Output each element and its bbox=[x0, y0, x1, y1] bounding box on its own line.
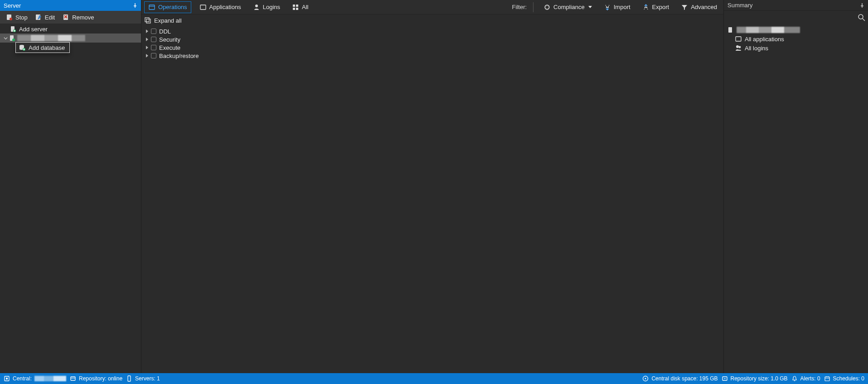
status-repository[interactable]: Repository: online bbox=[70, 375, 122, 382]
status-alerts[interactable]: Alerts: 0 bbox=[791, 375, 820, 382]
svg-point-7 bbox=[12, 38, 15, 41]
svg-rect-26 bbox=[6, 378, 8, 379]
status-alerts-label: Alerts: 0 bbox=[800, 375, 820, 382]
expand-all-label: Expand all bbox=[154, 17, 182, 24]
svg-point-12 bbox=[255, 5, 258, 7]
status-repository-size[interactable]: Repository size: 1.0 GB bbox=[722, 375, 788, 382]
import-button[interactable]: Import bbox=[600, 2, 634, 13]
tab-operations-label: Operations bbox=[158, 4, 187, 10]
tab-applications[interactable]: Applications bbox=[196, 2, 245, 13]
stop-button[interactable]: Stop bbox=[3, 13, 30, 22]
status-schedules[interactable]: Schedules: 0 bbox=[824, 375, 864, 382]
svg-rect-27 bbox=[71, 377, 75, 380]
server-node[interactable] bbox=[0, 34, 141, 43]
operation-label: Backup/restore bbox=[159, 53, 199, 59]
central-icon bbox=[4, 375, 10, 382]
svg-rect-11 bbox=[200, 5, 206, 10]
caret-right-icon[interactable] bbox=[146, 46, 148, 49]
summary-all-applications-label: All applications bbox=[745, 36, 784, 43]
server-toolbar: Stop Edit Remove bbox=[0, 11, 141, 24]
summary-server-item[interactable] bbox=[727, 25, 865, 34]
operation-label: Execute bbox=[159, 44, 180, 51]
add-database-menuitem[interactable]: Add database bbox=[16, 43, 69, 53]
checkbox[interactable] bbox=[151, 45, 156, 50]
summary-all-applications[interactable]: All applications bbox=[727, 34, 865, 43]
servers-icon bbox=[126, 375, 132, 382]
caret-right-icon[interactable] bbox=[146, 38, 148, 41]
svg-point-30 bbox=[645, 378, 646, 379]
status-central-label: Central: bbox=[13, 375, 32, 382]
add-database-icon bbox=[19, 44, 26, 51]
server-panel-title-text: Server bbox=[4, 2, 21, 9]
checkbox[interactable] bbox=[151, 29, 156, 34]
remove-icon bbox=[62, 14, 69, 21]
remove-button-label: Remove bbox=[72, 14, 94, 21]
add-database-label: Add database bbox=[29, 44, 65, 51]
svg-rect-13 bbox=[293, 5, 295, 7]
tab-all-label: All bbox=[302, 4, 308, 10]
bell-icon bbox=[791, 375, 798, 382]
filter-label: Filter: bbox=[512, 4, 527, 10]
svg-rect-16 bbox=[296, 8, 298, 10]
server-icon bbox=[727, 26, 734, 34]
compliance-icon bbox=[543, 4, 551, 11]
context-menu: Add database bbox=[15, 42, 70, 53]
center-subbar: Expand all bbox=[141, 14, 723, 26]
add-server-icon bbox=[9, 25, 16, 33]
status-schedules-label: Schedules: 0 bbox=[833, 375, 864, 382]
export-button[interactable]: Export bbox=[639, 2, 673, 13]
expand-all-button[interactable]: Expand all bbox=[144, 17, 182, 24]
server-panel-title: Server bbox=[0, 0, 141, 11]
caret-right-icon[interactable] bbox=[146, 29, 148, 33]
pin-icon[interactable] bbox=[860, 3, 864, 8]
center-panel: Operations Applications Logins bbox=[141, 0, 724, 373]
edit-button-label: Edit bbox=[45, 14, 55, 21]
remove-button[interactable]: Remove bbox=[59, 13, 97, 22]
stop-button-label: Stop bbox=[15, 14, 28, 21]
advanced-label: Advanced bbox=[691, 4, 717, 10]
tab-all[interactable]: All bbox=[288, 2, 312, 13]
status-disk-space[interactable]: Central disk space: 195 GB bbox=[642, 375, 718, 382]
svg-rect-22 bbox=[736, 37, 741, 41]
advanced-button[interactable]: Advanced bbox=[677, 2, 721, 13]
compliance-button[interactable]: Compliance bbox=[540, 2, 596, 13]
edit-button[interactable]: Edit bbox=[32, 13, 58, 22]
svg-rect-19 bbox=[146, 19, 150, 23]
summary-server-name-blurred bbox=[737, 27, 800, 33]
import-icon bbox=[604, 4, 611, 11]
summary-title-text: Summary bbox=[727, 2, 753, 9]
checkbox[interactable] bbox=[151, 37, 156, 42]
export-icon bbox=[642, 4, 650, 11]
search-icon[interactable] bbox=[858, 14, 865, 21]
chevron-down-icon bbox=[588, 6, 592, 8]
toolbar-divider bbox=[533, 2, 533, 12]
pin-icon[interactable] bbox=[133, 3, 137, 8]
add-server-item[interactable]: Add server bbox=[0, 24, 141, 34]
summary-panel-title: Summary bbox=[724, 0, 868, 11]
operation-ddl[interactable]: DDL bbox=[143, 27, 722, 35]
operation-label: Security bbox=[159, 36, 180, 43]
stop-icon bbox=[5, 14, 13, 21]
server-name-blurred bbox=[17, 35, 85, 41]
status-servers[interactable]: Servers: 1 bbox=[126, 375, 160, 382]
svg-point-24 bbox=[739, 46, 741, 48]
calendar-icon bbox=[824, 375, 830, 382]
checkbox[interactable] bbox=[151, 53, 156, 58]
caret-right-icon[interactable] bbox=[146, 54, 148, 58]
svg-rect-15 bbox=[293, 8, 295, 10]
summary-all-logins[interactable]: All logins bbox=[727, 43, 865, 53]
tab-logins[interactable]: Logins bbox=[249, 2, 284, 13]
tab-operations[interactable]: Operations bbox=[144, 1, 191, 13]
server-icon bbox=[8, 34, 15, 42]
operation-execute[interactable]: Execute bbox=[143, 43, 722, 52]
svg-point-1 bbox=[10, 18, 12, 20]
status-servers-label: Servers: 1 bbox=[135, 375, 160, 382]
server-panel: Server Stop Edit bbox=[0, 0, 141, 373]
applications-icon bbox=[735, 35, 742, 43]
status-central[interactable]: Central: bbox=[4, 375, 66, 382]
caret-down-icon[interactable] bbox=[3, 36, 8, 40]
svg-rect-14 bbox=[296, 5, 298, 7]
operation-backup-restore[interactable]: Backup/restore bbox=[143, 52, 722, 60]
operation-security[interactable]: Security bbox=[143, 35, 722, 43]
operations-list: DDL Security Execute Backup/restore bbox=[141, 26, 723, 373]
